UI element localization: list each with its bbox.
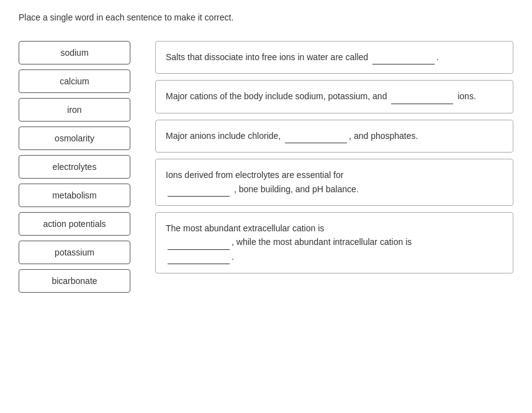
sentence-5-text-after: . — [232, 252, 234, 262]
sentence-2-text-after: ions. — [458, 91, 476, 101]
main-layout: sodiumcalciumironosmolarityelectrolytesm… — [19, 41, 513, 293]
word-item-calcium[interactable]: calcium — [19, 69, 130, 93]
sentence-2-blank[interactable] — [391, 89, 453, 104]
word-bank: sodiumcalciumironosmolarityelectrolytesm… — [19, 41, 130, 293]
sentence-box-4: Ions derived from electrolytes are essen… — [155, 159, 513, 206]
word-item-potassium[interactable]: potassium — [19, 241, 130, 264]
word-item-iron[interactable]: iron — [19, 98, 130, 122]
sentence-box-5: The most abundant extracellular cation i… — [155, 212, 513, 273]
sentence-4-blank[interactable] — [168, 182, 230, 197]
word-item-metabolism[interactable]: metabolism — [19, 184, 130, 207]
sentence-4-text-before: Ions derived from electrolytes are essen… — [166, 170, 343, 180]
word-item-action-potentials[interactable]: action potentials — [19, 212, 130, 236]
sentences-column: Salts that dissociate into free ions in … — [155, 41, 513, 273]
word-item-osmolarity[interactable]: osmolarity — [19, 127, 130, 150]
sentence-1-text-after: . — [436, 52, 439, 62]
sentence-3-text-before: Major anions include chloride, — [166, 131, 281, 141]
sentence-1-text-before: Salts that dissociate into free ions in … — [166, 52, 368, 62]
sentence-3-text-after: , and phosphates. — [349, 131, 418, 141]
sentence-5-text-middle: , while the most abundant intracellular … — [232, 237, 412, 247]
sentence-5-blank1[interactable] — [168, 235, 230, 249]
sentence-5-text-before: The most abundant extracellular cation i… — [166, 223, 324, 233]
word-item-bicarbonate[interactable]: bicarbonate — [19, 269, 130, 293]
sentence-2-text-before: Major cations of the body include sodium… — [166, 91, 387, 101]
sentence-box-2: Major cations of the body include sodium… — [155, 80, 513, 113]
instructions-text: Place a single word in each sentence to … — [19, 12, 513, 22]
sentence-1-blank[interactable] — [372, 50, 435, 64]
sentence-3-blank[interactable] — [285, 129, 347, 143]
word-item-sodium[interactable]: sodium — [19, 41, 130, 64]
sentence-box-1: Salts that dissociate into free ions in … — [155, 41, 513, 74]
word-item-electrolytes[interactable]: electrolytes — [19, 155, 130, 179]
sentence-4-text-after: , bone building, and pH balance. — [234, 184, 359, 194]
sentence-box-3: Major anions include chloride, , and pho… — [155, 120, 513, 153]
sentence-5-blank2[interactable] — [168, 250, 230, 264]
